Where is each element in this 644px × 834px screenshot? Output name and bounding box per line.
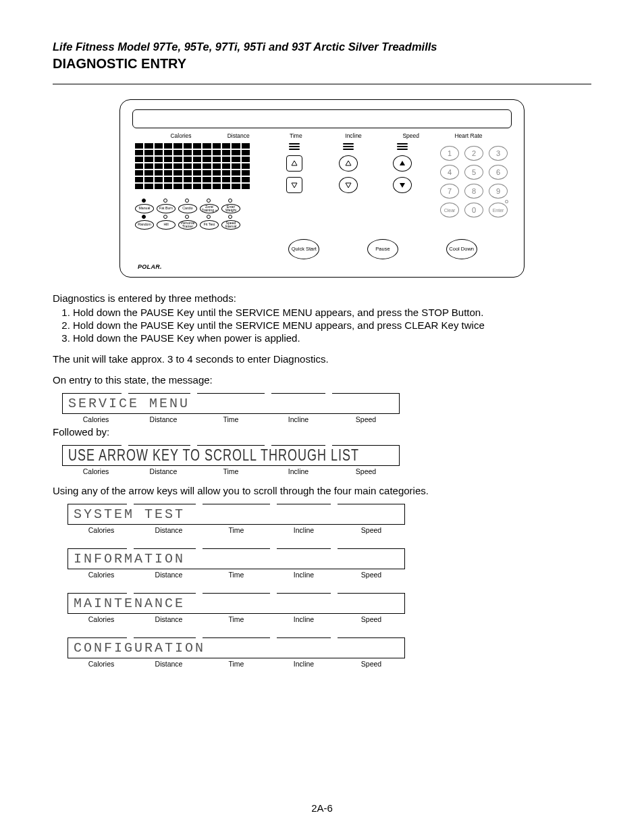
- display-labels: CaloriesDistanceTimeInclineSpeed: [68, 614, 405, 623]
- console-center: [263, 143, 433, 234]
- display-configuration: CONFIGURATION CaloriesDistanceTimeInclin…: [68, 634, 405, 668]
- scroll-note-text: Using any of the arrow keys will allow y…: [53, 485, 591, 496]
- label: Calories: [68, 660, 135, 668]
- header-title: DIAGNOSTIC ENTRY: [53, 56, 591, 72]
- step-item: Hold down the PAUSE Key when power is ap…: [73, 332, 591, 344]
- label: Distance: [218, 132, 259, 139]
- label: Calories: [68, 571, 135, 579]
- program-row-1: Manual Fat Burn Cardio Zone Training + E…: [135, 201, 263, 213]
- display-labels: Calories Distance Time Incline Speed: [62, 414, 400, 423]
- display-labels: CaloriesDistanceTimeInclineSpeed: [68, 658, 405, 668]
- label: Time: [203, 660, 270, 668]
- prog-btn: Random: [135, 220, 154, 230]
- label: Time: [275, 132, 316, 139]
- label: Calories: [62, 467, 130, 475]
- down-arrow-icon: [393, 177, 412, 193]
- quick-start-button: Quick Start: [288, 239, 319, 259]
- intro-text: Diagnostics is entered by three methods:: [53, 292, 591, 304]
- down-arrow-icon: [286, 177, 302, 193]
- display-scroll-hint: USE ARROW KEY TO SCROLL THROUGH LIST Cal…: [62, 442, 400, 475]
- display-labels: Calories Distance Time Incline Speed: [62, 466, 400, 475]
- key-2: 2: [464, 146, 483, 161]
- label: Speed: [391, 132, 431, 139]
- incline-col: [329, 143, 368, 234]
- entry-msg-text: On entry to this state, the message:: [53, 374, 591, 386]
- label: Incline: [333, 132, 374, 139]
- program-row-2: Random Hill Personal Trainer Fit Test Sp…: [135, 217, 263, 230]
- down-arrow-icon: [339, 177, 358, 193]
- label: Time: [197, 467, 265, 475]
- page-number: 2A-6: [0, 802, 644, 814]
- display-text: CONFIGURATION: [74, 640, 205, 656]
- label: Calories: [68, 526, 135, 534]
- display-text: INFORMATION: [74, 551, 185, 567]
- display-labels: CaloriesDistanceTimeInclineSpeed: [68, 569, 405, 579]
- prog-btn: Manual: [135, 204, 154, 213]
- display-text: MAINTENANCE: [74, 596, 185, 611]
- step-item: Hold down the PAUSE Key until the SERVIC…: [73, 307, 591, 318]
- numeric-keypad: 1 2 3 4 5 6 7 8 9 Clear 0 Enter: [440, 146, 508, 217]
- label: Speed: [338, 571, 405, 579]
- display-text: SERVICE MENU: [68, 396, 190, 411]
- label: Distance: [135, 615, 203, 623]
- label: Distance: [135, 571, 203, 579]
- display-labels: CaloriesDistanceTimeInclineSpeed: [68, 525, 405, 534]
- display-text: SYSTEM TEST: [74, 506, 185, 522]
- label: Distance: [130, 467, 197, 475]
- key-4: 4: [440, 165, 459, 180]
- key-1: 1: [440, 146, 459, 161]
- label: Time: [203, 615, 270, 623]
- console-keypad-area: 1 2 3 4 5 6 7 8 9 Clear 0 Enter: [433, 143, 514, 234]
- pause-button: Pause: [367, 239, 398, 259]
- prog-btn: Speed Interval: [221, 220, 240, 230]
- label: Incline: [270, 615, 338, 623]
- prog-btn: Enter Weight: [221, 204, 240, 213]
- label: Heart Rate: [448, 132, 489, 139]
- prog-btn: Fat Burn: [157, 204, 176, 213]
- label: Incline: [265, 467, 332, 475]
- label: Incline: [270, 526, 338, 534]
- console-top-labels: Calories Distance Time Incline Speed Hea…: [130, 132, 514, 139]
- key-6: 6: [489, 165, 508, 180]
- label: Time: [203, 526, 270, 534]
- label: Time: [197, 415, 265, 423]
- up-arrow-icon: [393, 155, 412, 172]
- label: Calories: [62, 415, 130, 423]
- label: Speed: [332, 467, 400, 475]
- key-7: 7: [440, 184, 459, 199]
- label: Calories: [161, 132, 201, 139]
- label: Incline: [270, 660, 338, 668]
- steps-list: Hold down the PAUSE Key until the SERVIC…: [58, 307, 591, 344]
- label: Incline: [265, 415, 332, 423]
- console-action-row: Quick Start Pause Cool Down: [130, 234, 514, 259]
- key-clear: Clear: [440, 203, 459, 217]
- up-arrow-icon: [286, 155, 302, 172]
- label: Distance: [130, 415, 197, 423]
- label: Speed: [338, 660, 405, 668]
- label: Distance: [135, 660, 203, 668]
- header-subtitle: Life Fitness Model 97Te, 95Te, 97Ti, 95T…: [53, 41, 591, 53]
- console-dot-grid: [135, 143, 250, 189]
- speed-col: [383, 143, 422, 234]
- console-left: Manual Fat Burn Cardio Zone Training + E…: [130, 143, 263, 234]
- key-3: 3: [489, 146, 508, 161]
- prog-btn: Fit Test: [200, 220, 219, 230]
- label: Speed: [332, 415, 400, 423]
- up-arrow-icon: [339, 155, 358, 172]
- console-diagram: Calories Distance Time Incline Speed Hea…: [119, 99, 525, 278]
- header-rule: [53, 84, 591, 84]
- label: Incline: [270, 571, 338, 579]
- display-text: USE ARROW KEY TO SCROLL THROUGH LIST: [68, 446, 359, 464]
- prog-btn: Hill: [157, 220, 176, 230]
- key-9: 9: [489, 184, 508, 199]
- polar-brand: POLAR.: [138, 263, 514, 270]
- display-system-test: SYSTEM TEST CaloriesDistanceTimeInclineS…: [68, 500, 405, 534]
- key-enter: Enter: [489, 203, 508, 217]
- key-8: 8: [464, 184, 483, 199]
- prog-btn: Cardio: [178, 204, 197, 213]
- label: Distance: [135, 526, 203, 534]
- label: Calories: [68, 615, 135, 623]
- display-maintenance: MAINTENANCE CaloriesDistanceTimeInclineS…: [68, 590, 405, 623]
- label: Time: [203, 571, 270, 579]
- console-lcd-strip: [132, 109, 512, 128]
